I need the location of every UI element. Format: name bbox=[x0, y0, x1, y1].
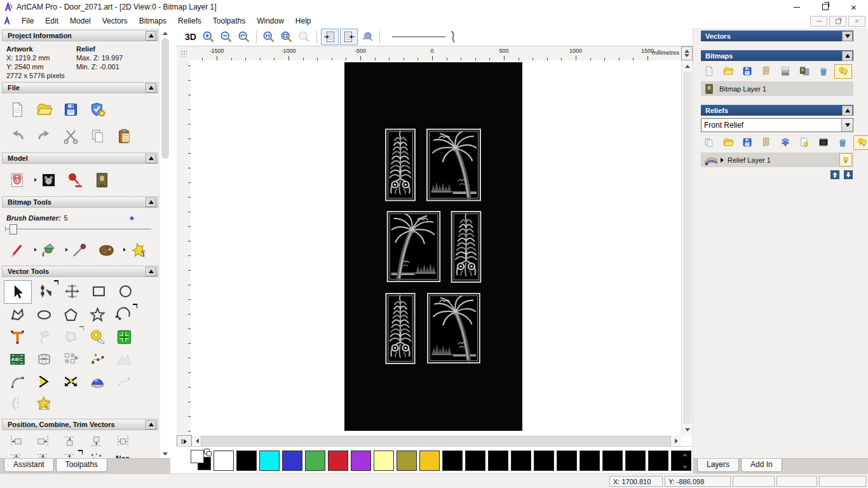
minimize-button[interactable] bbox=[782, 0, 811, 14]
brush-diameter-slider[interactable] bbox=[5, 224, 151, 234]
delete-bitmap-icon[interactable] bbox=[815, 65, 832, 78]
colour-swatch-2[interactable] bbox=[259, 451, 280, 471]
scrollbar-thumb[interactable] bbox=[161, 38, 169, 159]
save-bitmap-icon[interactable] bbox=[739, 65, 756, 78]
colour-swatch-7[interactable] bbox=[374, 451, 394, 471]
move-layer-up-button[interactable] bbox=[830, 170, 840, 180]
mdi-restore-button[interactable] bbox=[829, 16, 846, 27]
collapse-button[interactable] bbox=[146, 267, 156, 276]
scrollbar-thumb[interactable] bbox=[201, 436, 671, 447]
transform-icon[interactable] bbox=[58, 280, 85, 302]
colour-swatch-15[interactable] bbox=[557, 451, 577, 471]
create-star-icon[interactable] bbox=[84, 304, 111, 326]
paste-special-icon[interactable] bbox=[111, 326, 137, 348]
zoom-1-1-icon[interactable] bbox=[261, 29, 277, 44]
ornament-relief-panel[interactable] bbox=[385, 293, 416, 364]
delete-relief-icon[interactable] bbox=[834, 136, 851, 149]
zoom-previous-icon[interactable] bbox=[236, 29, 252, 44]
menu-help[interactable]: Help bbox=[290, 14, 317, 28]
lighting-icon[interactable] bbox=[65, 170, 85, 189]
merge-relief-icon[interactable] bbox=[777, 136, 794, 149]
new-model-icon[interactable] bbox=[8, 100, 27, 119]
nesting-icon[interactable]: Nes bbox=[109, 450, 136, 459]
create-circle-icon[interactable] bbox=[112, 280, 139, 302]
colour-swatch-0[interactable] bbox=[214, 451, 234, 471]
colour-swatch-4[interactable] bbox=[305, 451, 325, 471]
palm-relief-panel[interactable] bbox=[426, 128, 481, 201]
align-to-top-1-icon[interactable] bbox=[3, 450, 29, 459]
relief-visibility-toggle[interactable] bbox=[839, 153, 852, 166]
edit-bitmap-icon[interactable] bbox=[758, 65, 775, 78]
zoom-slider[interactable] bbox=[392, 30, 459, 44]
assistant-scrollbar[interactable] bbox=[160, 28, 170, 459]
toggle-3d-icon[interactable]: 3D bbox=[182, 29, 199, 44]
bitmaps-section-header[interactable]: Bitmaps bbox=[701, 50, 853, 61]
vector-texture-icon[interactable] bbox=[111, 348, 137, 370]
paint-brush-icon[interactable] bbox=[8, 240, 27, 259]
canvas-horizontal-scrollbar[interactable] bbox=[192, 435, 681, 447]
menu-reliefs[interactable]: Reliefs bbox=[172, 14, 207, 28]
open-relief-icon[interactable] bbox=[720, 136, 736, 149]
ornament-relief-panel[interactable] bbox=[451, 211, 482, 283]
model-wizard-icon[interactable] bbox=[88, 100, 107, 119]
new-relief-icon[interactable] bbox=[701, 136, 717, 149]
measure-icon[interactable] bbox=[84, 326, 111, 348]
expand-relief-layer-icon[interactable] bbox=[721, 158, 724, 163]
wrap-text-icon[interactable] bbox=[31, 326, 57, 348]
scroll-down-button[interactable] bbox=[684, 426, 691, 433]
scroll-down-button[interactable] bbox=[681, 463, 689, 471]
scroll-left-button[interactable] bbox=[193, 437, 201, 445]
link-colours-icon[interactable] bbox=[204, 449, 210, 454]
bitmap-layer-row[interactable]: Bitmap Layer 1 bbox=[701, 81, 853, 96]
envelope-distort-icon[interactable] bbox=[31, 348, 57, 370]
colour-swatch-11[interactable] bbox=[465, 451, 485, 471]
undo-icon[interactable] bbox=[8, 126, 27, 146]
trim-vectors-icon[interactable] bbox=[57, 370, 84, 393]
tab-layers[interactable]: Layers bbox=[697, 459, 739, 472]
menu-bitmaps[interactable]: Bitmaps bbox=[133, 14, 172, 28]
collapse-bitmaps-button[interactable] bbox=[842, 51, 853, 61]
new-bitmap-icon[interactable] bbox=[701, 65, 717, 78]
align-to-top-2-icon[interactable] bbox=[29, 450, 56, 459]
collapse-button[interactable] bbox=[146, 83, 156, 93]
tab-add-in[interactable]: Add In bbox=[741, 459, 782, 472]
magic-wand-icon[interactable] bbox=[128, 240, 147, 259]
collapse-button[interactable] bbox=[146, 198, 156, 207]
cut-icon[interactable] bbox=[61, 126, 80, 146]
offset-vectors-icon[interactable] bbox=[57, 326, 84, 348]
zoom-pointer-icon[interactable] bbox=[359, 29, 376, 44]
scroll-right-button[interactable] bbox=[672, 437, 680, 445]
paste-along-curve-icon[interactable] bbox=[84, 348, 111, 370]
snap-page-right-icon[interactable] bbox=[340, 29, 358, 45]
move-layer-down-button[interactable] bbox=[843, 170, 853, 180]
menu-edit[interactable]: Edit bbox=[39, 14, 64, 28]
colour-picker-icon[interactable] bbox=[70, 240, 89, 259]
open-model-icon[interactable] bbox=[34, 100, 53, 119]
mdi-close-button[interactable]: × bbox=[848, 16, 865, 27]
colour-swatch-5[interactable] bbox=[328, 451, 348, 471]
align-left-icon[interactable] bbox=[3, 433, 29, 450]
zoom-fit-icon[interactable] bbox=[278, 29, 295, 44]
merge-bitmap-icon[interactable] bbox=[796, 65, 813, 78]
scrollbar-thumb[interactable] bbox=[683, 72, 691, 424]
tab-toolpaths[interactable]: Toolpaths bbox=[56, 459, 107, 472]
primary-colour-swatch[interactable] bbox=[191, 450, 204, 463]
colour-swatch-17[interactable] bbox=[602, 451, 623, 471]
redo-icon[interactable] bbox=[34, 126, 53, 146]
colour-swatch-18[interactable] bbox=[625, 451, 646, 471]
flyout-arrow-icon[interactable] bbox=[34, 178, 37, 182]
mdi-minimize-button[interactable] bbox=[810, 16, 827, 27]
flood-fill-icon[interactable] bbox=[39, 240, 58, 259]
scroll-up-button[interactable] bbox=[684, 62, 691, 70]
colour-swatch-12[interactable] bbox=[488, 451, 508, 471]
zoom-out-icon[interactable] bbox=[218, 29, 234, 44]
drag-handle-icon[interactable] bbox=[180, 50, 187, 57]
ornament-relief-panel[interactable] bbox=[385, 128, 416, 201]
palm-relief-panel[interactable] bbox=[386, 211, 442, 282]
align-to-top-3-icon[interactable] bbox=[56, 450, 83, 459]
menu-file[interactable]: File bbox=[16, 14, 39, 28]
zoom-in-icon[interactable] bbox=[200, 29, 217, 44]
create-text-icon[interactable] bbox=[4, 326, 31, 348]
menu-model[interactable]: Model bbox=[64, 14, 97, 28]
save-model-icon[interactable] bbox=[61, 100, 80, 119]
